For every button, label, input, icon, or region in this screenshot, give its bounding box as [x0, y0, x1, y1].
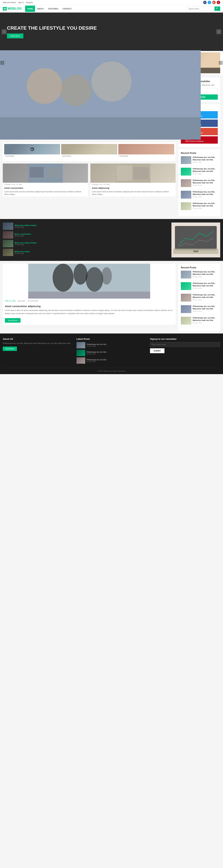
search-button[interactable]: 🔍	[215, 6, 220, 11]
small-post-1-label: Lorem ipsum	[4, 154, 60, 158]
small-post-grid: ▶ Lorem ipsum Lorem ipsum Lorem ipsum	[3, 143, 176, 161]
googleplus-icon[interactable]: g+	[212, 1, 216, 4]
hero-title: CREATE THE LIFESTYLE YOU DESIRE	[7, 25, 97, 31]
hero-next-button[interactable]: ›	[216, 29, 221, 34]
main-container: FEB 15, 2018 201 Likes 15 Comments Amet …	[0, 75, 223, 219]
svg-point-20	[101, 267, 112, 285]
hero-content: CREATE THE LIFESTYLE YOU DESIRE Read Mor…	[0, 25, 104, 38]
medium-post-1-svg	[3, 163, 88, 183]
svg-rect-7	[47, 169, 60, 178]
section2-svg	[3, 264, 176, 299]
svg-rect-10	[133, 167, 149, 179]
main-post-svg	[3, 78, 176, 113]
section2-post-image	[3, 264, 176, 299]
svg-rect-21	[28, 291, 150, 299]
svg-point-17	[52, 264, 74, 291]
svg-rect-6	[30, 167, 44, 178]
small-post-2[interactable]: Lorem ipsum	[61, 144, 117, 160]
small-post-2-label: Lorem ipsum	[61, 154, 117, 158]
small-post-3-label: Lorem ipsum	[118, 154, 174, 158]
pinterest-icon[interactable]: p	[217, 1, 220, 4]
facebook-icon[interactable]: f	[203, 1, 207, 4]
featured-prev-button[interactable]: ‹	[0, 61, 4, 65]
svg-point-19	[86, 267, 103, 291]
main-post-image	[3, 78, 176, 113]
twitter-icon[interactable]: t	[208, 1, 211, 4]
main-post: FEB 15, 2018 201 Likes 15 Comments Amet …	[3, 78, 176, 140]
featured-next-button[interactable]: ›	[219, 61, 223, 65]
play-icon-1[interactable]: ▶	[30, 147, 34, 151]
small-post-1[interactable]: ▶ Lorem ipsum	[4, 144, 60, 160]
content-area: FEB 15, 2018 201 Likes 15 Comments Amet …	[3, 78, 176, 216]
medium-post-2-svg	[90, 163, 176, 183]
hero-prev-button[interactable]: ‹	[2, 29, 7, 34]
small-post-3[interactable]: Lorem ipsum	[118, 144, 174, 160]
svg-rect-9	[117, 165, 132, 181]
svg-point-18	[74, 264, 87, 285]
social-icons: f t g+ p	[203, 1, 220, 4]
hero-read-more-button[interactable]: Read More	[7, 33, 23, 38]
